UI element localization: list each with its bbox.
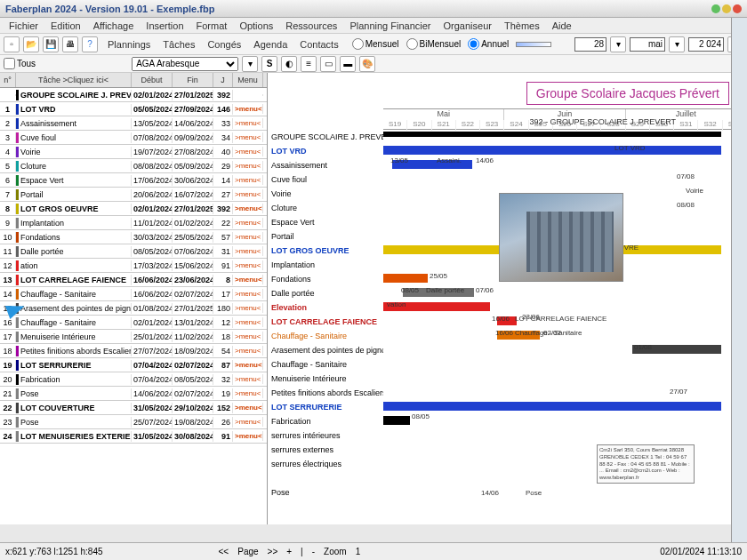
table-row[interactable]: 9Implantation11/01/202401/02/202422>menu… — [0, 216, 267, 230]
table-row[interactable]: 20Fabrication07/04/202408/05/202432>menu… — [0, 372, 267, 387]
menu-edition[interactable]: Edition — [45, 19, 86, 33]
row-menu[interactable]: >menu< — [233, 161, 263, 171]
menu-ressources[interactable]: Ressources — [280, 19, 342, 33]
row-menu[interactable]: >menu< — [233, 132, 263, 142]
menu-thèmes[interactable]: Thèmes — [499, 19, 545, 33]
gantt-bar[interactable] — [383, 132, 721, 137]
row-menu[interactable]: >menu< — [233, 346, 263, 356]
col-days[interactable]: J — [213, 73, 233, 87]
row-menu[interactable]: >menu< — [233, 360, 263, 370]
table-row[interactable]: 23Pose25/07/202419/08/202426>menu< — [0, 415, 267, 429]
size-stepper[interactable]: ▾ — [242, 56, 258, 72]
table-row[interactable]: 5Cloture08/08/202405/09/202429>menu< — [0, 159, 267, 173]
color-icon[interactable]: ◐ — [281, 56, 297, 72]
row-menu[interactable]: >menu< — [233, 204, 263, 213]
row-menu[interactable]: >menu< — [233, 289, 263, 299]
radio-mensuel[interactable]: Mensuel — [352, 38, 399, 50]
row-menu[interactable]: >menu< — [233, 417, 263, 427]
row-menu[interactable]: >menu< — [233, 275, 263, 284]
row-menu[interactable]: >menu< — [233, 317, 263, 327]
gantt-panel[interactable]: Groupe Scolaire Jacques Prévert MaiJuinJ… — [268, 73, 747, 524]
toolbar-contacts[interactable]: Contacts — [293, 36, 344, 52]
row-menu[interactable]: >menu< — [233, 332, 263, 341]
year-input[interactable] — [688, 37, 724, 52]
print-icon[interactable]: 🖶 — [62, 36, 78, 52]
row-menu[interactable]: >menu< — [233, 218, 263, 228]
row-menu[interactable]: >menu< — [233, 118, 263, 128]
table-row[interactable]: 6Espace Vert17/06/202430/06/202414>menu< — [0, 173, 267, 188]
bold-icon[interactable]: S — [261, 56, 277, 72]
table-row[interactable]: 19LOT SERRURERIE07/04/202402/07/202487>m… — [0, 358, 267, 372]
table-row[interactable]: 21Pose14/06/202402/07/202419>menu< — [0, 387, 267, 401]
help-icon[interactable]: ? — [82, 36, 98, 52]
row-menu[interactable]: >menu< — [233, 104, 263, 114]
month-input[interactable] — [630, 37, 665, 52]
toolbar-congés[interactable]: Congés — [201, 36, 247, 52]
menu-insertion[interactable]: Insertion — [141, 19, 189, 33]
side-dock[interactable] — [731, 18, 747, 542]
table-row[interactable]: 17Menuiserie Intérieure25/01/202411/02/2… — [0, 330, 267, 344]
table-row[interactable]: 10Fondations30/03/202425/05/202457>menu< — [0, 230, 267, 244]
table-row[interactable]: 16Chauffage - Sanitaire02/01/202413/01/2… — [0, 316, 267, 330]
align-icon[interactable]: ≡ — [301, 56, 317, 72]
table-row[interactable]: 3Cuve fioul07/08/202409/09/202434>menu< — [0, 131, 267, 145]
table-row[interactable]: 24LOT MENUISERIES EXTERIEU31/05/202430/0… — [0, 429, 267, 444]
table-row[interactable]: 1LOT VRD05/05/202427/09/2024146>menu< — [0, 102, 267, 116]
close-icon[interactable] — [733, 4, 742, 13]
save-icon[interactable]: 💾 — [43, 36, 59, 52]
row-menu[interactable]: >menu< — [233, 147, 263, 156]
row-menu[interactable]: >menu< — [233, 388, 263, 398]
table-row[interactable]: 18Petites finitions abords Escaliers27/0… — [0, 344, 267, 358]
fill-icon[interactable]: ▬ — [340, 56, 356, 72]
grid-body[interactable]: GROUPE SCOLAIRE J. PREVERT02/01/202427/0… — [0, 88, 267, 524]
row-menu[interactable]: >menu< — [233, 175, 263, 185]
menu-organiseur[interactable]: Organiseur — [438, 19, 497, 33]
menu-affichage[interactable]: Affichage — [88, 19, 140, 33]
menu-options[interactable]: Options — [234, 19, 278, 33]
month-stepper[interactable]: ▾ — [669, 36, 685, 52]
table-row[interactable]: 15Arasement des pointes de pignons01/08/… — [0, 301, 267, 316]
day-stepper[interactable]: ▾ — [610, 36, 626, 52]
table-row[interactable]: 13LOT CARRELAGE FAIENCE16/06/202423/06/2… — [0, 273, 267, 287]
col-task[interactable]: Tâche >Cliquez ici< — [16, 73, 132, 87]
row-menu[interactable]: >menu< — [233, 232, 263, 242]
col-end[interactable]: Fin — [173, 73, 213, 87]
row-menu[interactable]: >menu< — [233, 260, 263, 270]
row-menu[interactable]: >menu< — [233, 374, 263, 384]
radio-bimensuel[interactable]: BiMensuel — [406, 38, 462, 50]
border-icon[interactable]: ▭ — [320, 56, 336, 72]
table-row[interactable]: 22LOT COUVERTURE31/05/202429/10/2024152>… — [0, 401, 267, 415]
menu-fichier[interactable]: Fichier — [4, 19, 44, 33]
radio-annuel[interactable]: Annuel — [468, 38, 509, 50]
row-menu[interactable] — [233, 94, 263, 96]
menu-planning financier[interactable]: Planning Financier — [344, 19, 436, 33]
table-row[interactable]: 11Dalle portée08/05/202407/06/202431>men… — [0, 244, 267, 259]
col-menu[interactable]: Menu — [233, 73, 263, 87]
table-row[interactable]: GROUPE SCOLAIRE J. PREVERT02/01/202427/0… — [0, 88, 267, 102]
row-menu[interactable]: >menu< — [233, 189, 263, 199]
slider[interactable] — [516, 42, 551, 47]
day-input[interactable] — [574, 37, 606, 52]
col-start[interactable]: Début — [132, 73, 173, 87]
gantt-bar[interactable] — [383, 274, 428, 283]
toolbar-agenda[interactable]: Agenda — [247, 36, 293, 52]
open-icon[interactable]: 📂 — [23, 36, 39, 52]
menu-aide[interactable]: Aide — [547, 19, 577, 33]
gantt-bar[interactable] — [383, 416, 410, 425]
gantt-bar[interactable] — [383, 402, 721, 411]
toolbar-plannings[interactable]: Plannings — [101, 36, 157, 52]
table-row[interactable]: 8LOT GROS OEUVRE02/01/202427/01/2025392>… — [0, 202, 267, 216]
palette-icon[interactable]: 🎨 — [359, 56, 375, 72]
maximize-icon[interactable] — [722, 4, 731, 13]
toolbar-tâches[interactable]: Tâches — [157, 36, 201, 52]
row-menu[interactable]: >menu< — [233, 403, 263, 412]
row-menu[interactable]: >menu< — [233, 303, 263, 313]
row-menu[interactable]: >menu< — [233, 431, 263, 441]
new-icon[interactable]: ▫ — [4, 36, 20, 52]
col-n[interactable]: n° — [0, 73, 16, 87]
table-row[interactable]: 4Voirie19/07/202427/08/202440>menu< — [0, 145, 267, 159]
table-row[interactable]: 12 ation17/03/202415/06/202491>menu< — [0, 259, 267, 273]
table-row[interactable]: 14Chauffage - Sanitaire16/06/202402/07/2… — [0, 287, 267, 301]
minimize-icon[interactable] — [711, 4, 720, 13]
menu-format[interactable]: Format — [191, 19, 233, 33]
